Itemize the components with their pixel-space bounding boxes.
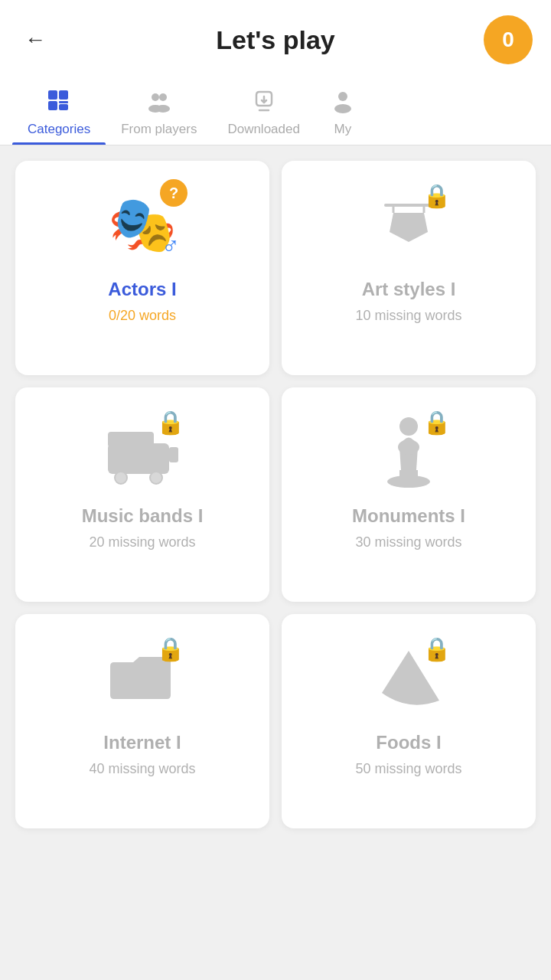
app-header: ← Let's play 0 <box>0 0 551 80</box>
music-lock-icon: 🔒 <box>156 409 184 436</box>
score-badge[interactable]: 0 <box>484 15 533 64</box>
card-foods-1[interactable]: 🔒 Foods I 50 missing words <box>282 614 536 828</box>
male-symbol: ♂ <box>161 232 180 260</box>
back-button[interactable]: ← <box>18 21 52 58</box>
svg-point-17 <box>115 472 127 484</box>
foods-lock-icon: 🔒 <box>422 635 451 662</box>
page-title: Let's play <box>216 25 334 55</box>
card-foods-subtitle: 50 missing words <box>355 761 461 777</box>
downloaded-icon <box>252 89 276 119</box>
tab-categories-label: Categories <box>28 122 90 137</box>
music-icon-area: 🔒 <box>100 409 184 493</box>
svg-rect-16 <box>108 432 154 447</box>
svg-point-10 <box>338 92 347 101</box>
card-internet-title: Internet I <box>103 732 181 753</box>
tab-from-players-label: From players <box>121 122 197 137</box>
card-foods-title: Foods I <box>376 732 441 753</box>
card-actors-1[interactable]: 🎭 ♂ ? Actors I 0/20 words <box>15 161 269 375</box>
svg-rect-2 <box>48 101 57 110</box>
svg-point-5 <box>152 93 159 101</box>
card-internet-1[interactable]: 🔒 Internet I 40 missing words <box>15 614 269 828</box>
svg-point-18 <box>150 472 162 484</box>
svg-point-8 <box>156 105 170 113</box>
svg-rect-1 <box>59 90 68 100</box>
tab-my-label: My <box>334 122 352 137</box>
categories-grid: 🎭 ♂ ? Actors I 0/20 words 🔒 Art styles I… <box>0 145 551 844</box>
tab-downloaded-label: Downloaded <box>227 122 300 137</box>
from-players-icon <box>147 89 171 119</box>
internet-icon-area: 🔒 <box>100 635 184 720</box>
question-badge: ? <box>160 179 187 207</box>
svg-rect-0 <box>48 90 57 100</box>
score-value: 0 <box>502 28 514 52</box>
svg-rect-21 <box>399 470 418 482</box>
art-lock-icon: 🔒 <box>422 182 451 209</box>
svg-point-23 <box>399 417 418 436</box>
foods-icon-area: 🔒 <box>367 635 451 720</box>
svg-rect-3 <box>59 104 68 110</box>
art-icon-area: 🔒 <box>367 182 451 266</box>
svg-rect-15 <box>108 443 169 474</box>
svg-rect-4 <box>59 101 68 103</box>
card-actors-subtitle: 0/20 words <box>109 308 176 324</box>
internet-lock-icon: 🔒 <box>156 635 184 662</box>
svg-point-11 <box>334 104 351 113</box>
card-monuments-1[interactable]: 🔒 Monuments I 30 missing words <box>282 387 536 602</box>
card-internet-subtitle: 40 missing words <box>89 761 195 777</box>
svg-point-6 <box>159 93 167 101</box>
categories-icon <box>47 89 71 119</box>
card-music-title: Music bands I <box>82 505 204 527</box>
card-music-subtitle: 20 missing words <box>89 534 195 550</box>
monuments-lock-icon: 🔒 <box>422 409 451 436</box>
tab-categories[interactable]: Categories <box>12 80 106 145</box>
tab-downloaded[interactable]: Downloaded <box>212 80 315 145</box>
svg-point-22 <box>398 439 419 455</box>
card-monuments-title: Monuments I <box>352 505 465 527</box>
tab-my[interactable]: My <box>315 80 370 145</box>
tab-bar: Categories From players Downloaded <box>0 80 551 145</box>
my-icon <box>331 89 355 119</box>
card-music-bands-1[interactable]: 🔒 Music bands I 20 missing words <box>15 387 269 602</box>
monuments-icon-area: 🔒 <box>367 409 451 493</box>
svg-rect-19 <box>169 447 178 462</box>
card-art-title: Art styles I <box>362 279 456 300</box>
card-art-subtitle: 10 missing words <box>355 308 461 324</box>
card-monuments-subtitle: 30 missing words <box>355 534 461 550</box>
tab-from-players[interactable]: From players <box>106 80 212 145</box>
card-actors-title: Actors I <box>108 279 176 300</box>
actors-icon-area: 🎭 ♂ ? <box>100 182 184 266</box>
card-art-styles-1[interactable]: 🔒 Art styles I 10 missing words <box>282 161 536 375</box>
